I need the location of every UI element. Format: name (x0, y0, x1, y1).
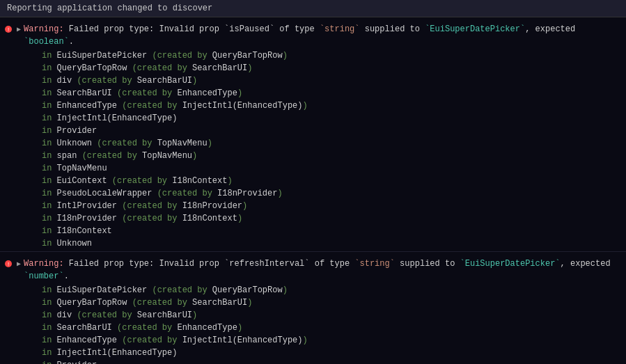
warning-text-1: Warning: Failed prop type: Invalid prop … (24, 23, 622, 48)
stack-line: in QueryBarTopRow (created by SearchBarU… (0, 296, 626, 309)
stack-line: in Unknown (0, 237, 626, 250)
stack-line: in SearchBarUI (created by EnhancedType) (0, 322, 626, 334)
status-text: Reporting application changed to discove… (7, 3, 212, 13)
stack-line: in InjectIntl(EnhancedType) (0, 347, 626, 359)
stack-line: in QueryBarTopRow (created by SearchBarU… (0, 62, 626, 74)
stack-line: in I18nProvider (created by I18nContext) (0, 212, 626, 225)
stack-line: in EnhancedType (created by InjectIntl(E… (0, 100, 626, 112)
stack-line: in TopNavMenu (0, 162, 626, 175)
collapse-triangle-icon[interactable]: ▶ (17, 259, 21, 269)
stack-line: in EuiSuperDatePicker (created by QueryB… (0, 49, 626, 62)
warning-block-1: !▶ Warning: Failed prop type: Invalid pr… (0, 20, 626, 252)
stack-line: in I18nContext (0, 225, 626, 237)
stack-line: in span (created by TopNavMenu) (0, 150, 626, 162)
stack-line: in PseudoLocaleWrapper (created by I18nP… (0, 187, 626, 200)
error-icon: ! (4, 259, 13, 273)
stack-line: in div (created by SearchBarUI) (0, 309, 626, 322)
stack-line: in Provider (0, 125, 626, 137)
collapse-triangle-icon[interactable]: ▶ (17, 24, 21, 35)
error-icon: ! (4, 24, 13, 38)
stack-line: in EnhancedType (created by InjectIntl(E… (0, 334, 626, 347)
warning-text-2: Warning: Failed prop type: Invalid prop … (24, 258, 622, 283)
warning-header-1: !▶ Warning: Failed prop type: Invalid pr… (0, 22, 626, 49)
console-container[interactable]: !▶ Warning: Failed prop type: Invalid pr… (0, 17, 626, 364)
stack-line: in InjectIntl(EnhancedType) (0, 112, 626, 125)
stack-line: in Unknown (created by TopNavMenu) (0, 137, 626, 150)
warning-block-2: !▶ Warning: Failed prop type: Invalid pr… (0, 255, 626, 364)
stack-line: in SearchBarUI (created by EnhancedType) (0, 87, 626, 100)
stack-line: in EuiContext (created by I18nContext) (0, 175, 626, 187)
stack-line: in Provider (0, 359, 626, 364)
stack-line: in EuiSuperDatePicker (created by QueryB… (0, 284, 626, 296)
svg-text:!: ! (8, 26, 9, 33)
warning-header-2: !▶ Warning: Failed prop type: Invalid pr… (0, 256, 626, 284)
status-bar: Reporting application changed to discove… (0, 0, 626, 17)
svg-text:!: ! (8, 261, 9, 267)
stack-line: in div (created by SearchBarUI) (0, 74, 626, 87)
stack-line: in IntlProvider (created by I18nProvider… (0, 200, 626, 212)
